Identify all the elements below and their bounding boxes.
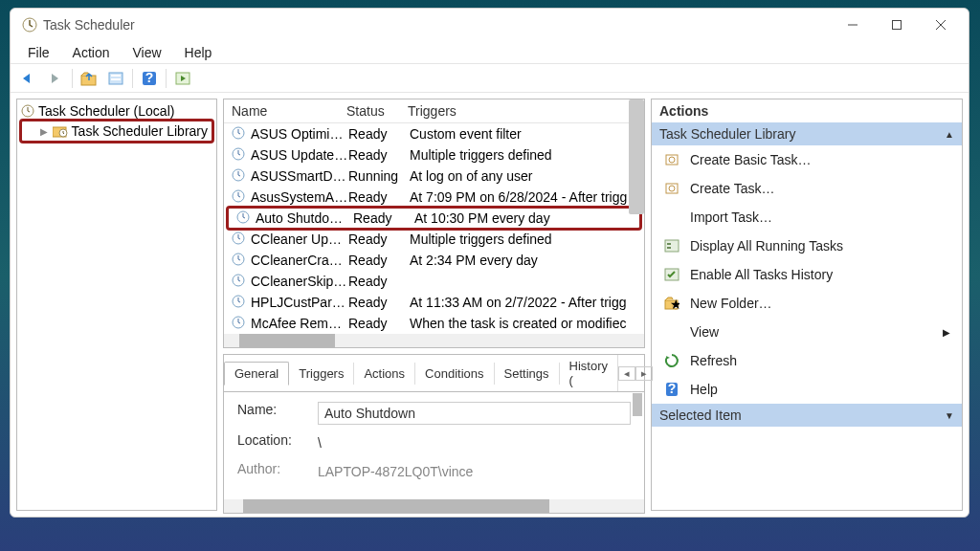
task-clock-icon [232,274,247,289]
details-scrollbar[interactable] [633,393,642,416]
task-status: Ready [353,210,414,226]
action-enable-all-tasks-history[interactable]: Enable All Tasks History [652,260,962,289]
details-panel: General Triggers Actions Conditions Sett… [223,354,645,514]
details-body: Name: Auto Shutdown Location: \ Author: … [224,392,644,499]
task-clock-icon [232,231,247,247]
horizontal-scrollbar-thumb[interactable] [239,334,335,347]
task-name: CCleaner Up… [251,231,348,247]
action-import-task[interactable]: Import Task… [652,203,962,231]
author-label: Author: [237,461,318,482]
details-hscrollbar-track[interactable] [224,499,644,513]
horizontal-scrollbar-track[interactable] [224,334,644,347]
actions-section-selected-label: Selected Item [659,408,742,423]
folder-up-icon[interactable] [77,67,101,90]
tab-scroll-right[interactable]: ▸ [635,366,653,381]
table-row[interactable]: McAfee Rem…ReadyWhen the task is created… [224,313,644,334]
header-triggers[interactable]: Triggers [408,103,636,119]
details-hscrollbar-thumb[interactable] [243,499,549,513]
task-status: Ready [348,316,410,331]
clock-icon [22,17,37,33]
forward-button[interactable] [43,67,68,90]
task-trigger: At 11:33 AM on 2/7/2022 - After trigg [410,295,636,310]
task-trigger: At 7:09 PM on 6/28/2024 - After trigg [410,189,636,205]
tab-general[interactable]: General [224,362,289,386]
window-title: Task Scheduler [43,17,831,33]
actions-section-library[interactable]: Task Scheduler Library ▲ [652,122,962,145]
table-row[interactable]: ASUSSmartDi…RunningAt log on of any user [224,165,644,187]
menu-action[interactable]: Action [63,43,120,62]
task-clock-icon [232,147,247,163]
table-row[interactable]: AsusSystemA…ReadyAt 7:09 PM on 6/28/2024… [224,187,644,208]
table-row[interactable]: HPLJCustPart…ReadyAt 11:33 AM on 2/7/202… [224,292,644,313]
action-new-folder[interactable]: ★New Folder… [652,289,962,318]
chevron-down-icon: ▼ [945,410,954,421]
action-icon [663,209,680,226]
properties-icon[interactable] [103,67,128,90]
action-label: Refresh [690,353,737,368]
content: Task Scheduler (Local) ▶ Task Scheduler … [11,93,969,517]
action-label: Import Task… [690,209,772,225]
middle-panel: Name Status Triggers ASUS Optimi…ReadyCu… [223,99,645,511]
close-button[interactable] [919,11,963,38]
minimize-button[interactable] [831,11,875,38]
action-label: Create Basic Task… [690,152,812,167]
tab-triggers[interactable]: Triggers [289,363,354,385]
action-help[interactable]: ?Help [652,375,962,404]
chevron-right-icon: ▶ [943,327,950,338]
header-status[interactable]: Status [346,103,408,119]
table-row[interactable]: ASUS Optimi…ReadyCustom event filter [224,123,644,144]
task-name: ASUSSmartDi… [251,168,348,184]
svg-rect-26 [665,240,679,252]
header-name[interactable]: Name [232,103,346,119]
task-trigger: Multiple triggers defined [410,231,636,247]
tab-conditions[interactable]: Conditions [415,363,494,385]
list-header: Name Status Triggers [224,99,644,123]
help-icon[interactable]: ? [137,67,162,90]
svg-rect-28 [667,247,671,249]
task-clock-icon [232,295,247,310]
tab-scroll-left[interactable]: ◂ [618,366,635,381]
tab-settings[interactable]: Settings [495,363,560,385]
clock-icon [21,104,34,118]
run-icon[interactable] [170,67,195,90]
table-row[interactable]: Auto Shutdo…ReadyAt 10:30 PM every day [226,206,642,231]
table-row[interactable]: CCleanerCras…ReadyAt 2:34 PM every day [224,250,644,271]
back-button[interactable] [16,67,41,90]
svg-rect-4 [111,75,121,77]
action-icon [663,180,680,197]
author-value: LAPTOP-4872LQ0T\vince [318,461,631,482]
name-label: Name: [237,402,318,425]
action-create-basic-task[interactable]: Create Basic Task… [652,145,962,174]
menu-file[interactable]: File [18,43,59,62]
table-row[interactable]: CCleanerSkip…Ready [224,271,644,292]
menu-help[interactable]: Help [175,43,222,62]
chevron-right-icon[interactable]: ▶ [39,126,49,137]
actions-section-label: Task Scheduler Library [659,126,795,142]
action-icon [663,151,680,168]
table-row[interactable]: CCleaner Up…ReadyMultiple triggers defin… [224,229,644,250]
tree-root[interactable]: Task Scheduler (Local) [17,101,216,121]
action-view[interactable]: View▶ [652,318,962,346]
task-name: McAfee Rem… [251,316,348,331]
action-icon: ★ [663,295,680,312]
task-status: Ready [348,189,410,205]
tree-panel: Task Scheduler (Local) ▶ Task Scheduler … [16,99,217,511]
tab-history[interactable]: History ( [560,355,618,391]
window: Task Scheduler File Action View Help ? T… [10,8,969,518]
task-trigger: At 10:30 PM every day [414,210,632,226]
tab-actions[interactable]: Actions [354,363,415,385]
menu-view[interactable]: View [122,43,170,62]
tree-library[interactable]: ▶ Task Scheduler Library [19,119,214,143]
action-refresh[interactable]: Refresh [652,346,962,375]
tree-library-label: Task Scheduler Library [72,123,208,139]
actions-section-selected[interactable]: Selected Item ▼ [652,404,962,427]
maximize-button[interactable] [875,11,919,38]
chevron-up-icon: ▲ [945,129,954,140]
name-field[interactable]: Auto Shutdown [318,402,631,425]
task-list: Name Status Triggers ASUS Optimi…ReadyCu… [223,99,645,348]
action-create-task[interactable]: Create Task… [652,174,962,203]
table-row[interactable]: ASUS Update…ReadyMultiple triggers defin… [224,144,644,165]
action-icon [663,323,680,341]
action-display-all-running-tasks[interactable]: Display All Running Tasks [652,231,962,260]
vertical-scrollbar[interactable] [629,99,644,214]
